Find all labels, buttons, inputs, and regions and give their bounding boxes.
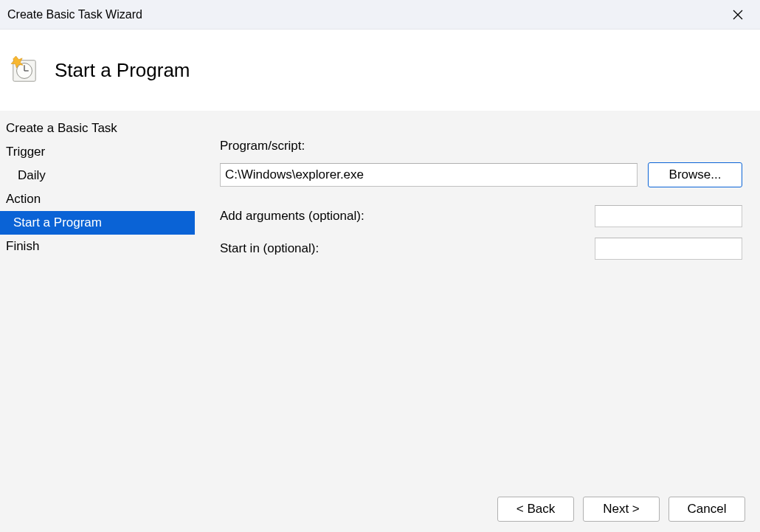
program-script-input[interactable] (220, 163, 638, 187)
next-button[interactable]: Next > (583, 497, 660, 522)
wizard-footer: < Back Next > Cancel (483, 486, 760, 532)
program-script-input-row: Browse... (220, 162, 742, 187)
sidebar-item-create-basic-task[interactable]: Create a Basic Task (0, 117, 195, 140)
close-button[interactable] (723, 0, 753, 30)
arguments-input[interactable] (595, 205, 742, 227)
sidebar-item-trigger[interactable]: Trigger (0, 140, 195, 164)
wizard-sidebar: Create a Basic Task Trigger Daily Action… (0, 111, 195, 532)
wizard-step-title: Start a Program (55, 59, 190, 82)
wizard-content: Program/script: Browse... Add arguments … (195, 111, 760, 532)
program-script-label: Program/script: (220, 139, 742, 153)
program-script-row: Program/script: Browse... (220, 139, 742, 187)
back-button[interactable]: < Back (497, 497, 574, 522)
sidebar-item-daily[interactable]: Daily (0, 164, 195, 187)
cancel-button[interactable]: Cancel (669, 497, 745, 522)
arguments-row: Add arguments (optional): (220, 205, 742, 227)
clock-scheduler-icon (10, 56, 38, 84)
sidebar-item-start-a-program[interactable]: Start a Program (0, 211, 195, 235)
wizard-header: Start a Program (0, 30, 760, 111)
start-in-row: Start in (optional): (220, 238, 742, 260)
arguments-label: Add arguments (optional): (220, 209, 365, 224)
sidebar-item-finish[interactable]: Finish (0, 235, 195, 258)
browse-button[interactable]: Browse... (648, 162, 742, 187)
start-in-input[interactable] (595, 238, 742, 260)
start-in-label: Start in (optional): (220, 241, 319, 256)
titlebar: Create Basic Task Wizard (0, 0, 760, 30)
sidebar-item-action[interactable]: Action (0, 187, 195, 211)
window-title: Create Basic Task Wizard (7, 8, 142, 21)
close-icon (733, 10, 743, 20)
wizard-body: Create a Basic Task Trigger Daily Action… (0, 111, 760, 532)
